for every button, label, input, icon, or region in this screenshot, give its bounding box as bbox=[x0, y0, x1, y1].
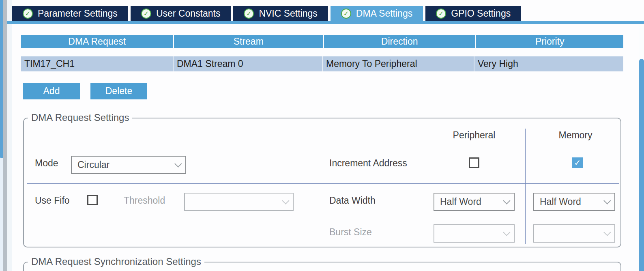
increment-address-peripheral-checkbox[interactable] bbox=[469, 157, 479, 168]
chevron-down-icon bbox=[503, 228, 510, 236]
cell-priority[interactable]: Very High bbox=[474, 56, 622, 71]
tab-nvic-settings[interactable]: ✓ NVIC Settings bbox=[233, 6, 328, 21]
col-header-dma-request: DMA Request bbox=[21, 35, 173, 48]
burst-size-label: Burst Size bbox=[329, 227, 372, 238]
left-scrollbar-thumb[interactable] bbox=[0, 0, 3, 158]
mode-label: Mode bbox=[35, 158, 58, 169]
data-width-peripheral-select[interactable]: Half Word bbox=[434, 193, 515, 211]
data-width-label: Data Width bbox=[329, 195, 376, 206]
threshold-select bbox=[184, 193, 294, 211]
col-header-stream: Stream bbox=[174, 35, 323, 48]
tab-dma-settings[interactable]: ✓ DMA Settings bbox=[331, 6, 423, 21]
mode-select-value: Circular bbox=[77, 159, 109, 170]
tabbar-underline bbox=[7, 21, 644, 24]
tab-label: DMA Settings bbox=[356, 8, 412, 19]
content-left-margin bbox=[7, 0, 12, 271]
use-fifo-label: Use Fifo bbox=[35, 195, 70, 206]
cell-dma-request[interactable]: TIM17_CH1 bbox=[21, 56, 174, 71]
mode-select[interactable]: Circular bbox=[71, 156, 186, 174]
col-header-direction: Direction bbox=[324, 35, 475, 48]
check-badge-icon: ✓ bbox=[244, 9, 254, 19]
table-row[interactable]: TIM17_CH1 DMA1 Stream 0 Memory To Periph… bbox=[21, 56, 623, 71]
burst-size-peripheral-select bbox=[434, 224, 515, 243]
memory-column-header: Memory bbox=[543, 130, 608, 141]
delete-button[interactable]: Delete bbox=[90, 83, 147, 99]
chevron-down-icon bbox=[603, 228, 611, 236]
dma-request-settings-group: DMA Request Settings Peripheral Memory M… bbox=[23, 118, 621, 247]
cell-direction[interactable]: Memory To Peripheral bbox=[323, 56, 474, 71]
data-width-memory-value: Half Word bbox=[540, 196, 581, 207]
peripheral-column-header: Peripheral bbox=[442, 130, 507, 141]
chevron-down-icon bbox=[503, 197, 510, 204]
settings-tabbar: ✓ Parameter Settings ✓ User Constants ✓ … bbox=[12, 6, 521, 21]
chevron-down-icon bbox=[603, 197, 611, 204]
check-badge-icon: ✓ bbox=[436, 9, 446, 19]
group-legend: DMA Request Synchronization Settings bbox=[28, 256, 204, 267]
increment-address-memory-checkbox[interactable]: ✓ bbox=[572, 157, 583, 168]
row-divider bbox=[27, 183, 619, 184]
tab-parameter-settings[interactable]: ✓ Parameter Settings bbox=[12, 6, 128, 21]
check-badge-icon: ✓ bbox=[141, 9, 151, 19]
data-width-peripheral-value: Half Word bbox=[440, 196, 481, 207]
group-legend: DMA Request Settings bbox=[28, 112, 132, 123]
table-header-row: DMA Request Stream Direction Priority bbox=[21, 35, 623, 48]
increment-address-label: Increment Address bbox=[329, 158, 407, 169]
tab-gpio-settings[interactable]: ✓ GPIO Settings bbox=[425, 6, 521, 21]
tab-user-constants[interactable]: ✓ User Constants bbox=[131, 6, 231, 21]
panel-divider-bar bbox=[3, 0, 7, 271]
col-header-priority: Priority bbox=[476, 35, 623, 48]
check-badge-icon: ✓ bbox=[341, 9, 351, 19]
burst-size-memory-select bbox=[533, 224, 615, 243]
dma-sync-settings-group: DMA Request Synchronization Settings bbox=[23, 262, 621, 271]
chevron-down-icon bbox=[174, 160, 182, 167]
tab-label: Parameter Settings bbox=[38, 8, 118, 19]
tab-label: NVIC Settings bbox=[259, 8, 317, 19]
dma-request-table: DMA Request Stream Direction Priority TI… bbox=[21, 35, 623, 71]
use-fifo-checkbox[interactable] bbox=[87, 195, 98, 205]
peripheral-memory-divider bbox=[525, 129, 526, 244]
right-scrollbar-thumb[interactable] bbox=[639, 59, 644, 271]
cell-stream[interactable]: DMA1 Stream 0 bbox=[174, 56, 323, 71]
chevron-down-icon bbox=[282, 197, 289, 204]
tab-label: User Constants bbox=[156, 8, 221, 19]
data-width-memory-select[interactable]: Half Word bbox=[533, 193, 615, 211]
tab-label: GPIO Settings bbox=[451, 8, 511, 19]
check-badge-icon: ✓ bbox=[23, 9, 33, 19]
add-button[interactable]: Add bbox=[23, 83, 80, 99]
threshold-label: Threshold bbox=[124, 195, 165, 206]
